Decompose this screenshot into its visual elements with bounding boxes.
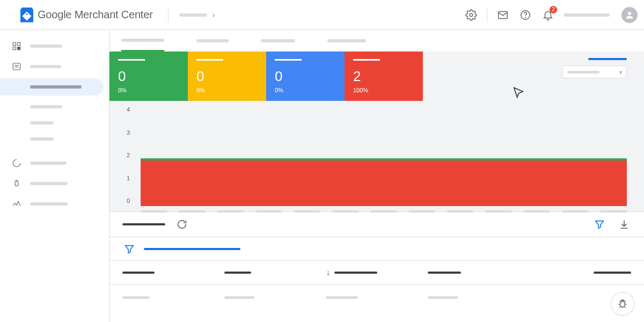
table-header: ↓ [109,261,644,284]
caret-down-icon: ▾ [619,69,622,75]
mail-icon[interactable] [496,8,510,22]
status-card-expiring[interactable]: 0 0% [266,52,345,101]
dropdown-value [567,71,599,74]
sidebar-label [30,202,68,206]
avatar[interactable] [621,7,638,23]
column-header[interactable] [224,272,326,274]
table-toolbar [109,211,644,237]
svg-rect-8 [13,42,16,45]
column-header[interactable] [428,272,530,274]
svg-rect-9 [18,42,20,45]
svg-rect-10 [13,47,16,50]
svg-point-7 [628,12,631,15]
chevron-right-icon: › [213,10,215,20]
svg-rect-12 [13,63,20,70]
status-card-disapproved[interactable]: 2 100% [345,52,423,101]
svg-rect-11 [18,47,20,50]
spark-line-icon [12,199,21,209]
tab-1[interactable] [196,30,229,52]
tab-2[interactable] [261,30,295,52]
column-header-sorted[interactable]: ↓ [326,268,428,277]
mouse-icon [12,179,21,188]
merchant-center-logo-icon [20,8,33,23]
svg-point-6 [525,17,526,18]
table-row[interactable] [109,284,644,310]
add-filter-link[interactable] [144,248,240,250]
chart-area: 01234 [109,101,644,211]
status-card-active[interactable]: 0 0% [109,52,188,101]
sidebar-label [30,182,68,185]
sidebar-label [30,65,61,68]
header-separator [487,8,487,23]
blank-icon [12,82,21,92]
sidebar-subitem[interactable] [0,115,109,131]
filter-row [109,237,644,261]
filter-icon[interactable] [592,217,606,231]
account-label[interactable] [564,13,610,17]
tabs [109,30,644,52]
sidebar-item-performance[interactable] [0,195,109,213]
tab-3[interactable] [327,30,366,52]
sidebar-label [30,45,62,48]
list-icon [12,62,21,71]
cursor-icon [511,86,526,103]
destination-dropdown[interactable]: ▾ [562,65,627,78]
hamburger-menu-icon[interactable] [6,8,20,22]
status-card-pending[interactable]: 0 0% [188,52,266,101]
refresh-icon[interactable] [175,217,189,231]
tab-0[interactable] [121,30,164,52]
help-icon[interactable] [518,8,532,22]
status-cards-area: 0 0% 0 0% 0 0% 2 100% [109,52,644,101]
product-name: Google Merchant Center [38,9,153,21]
toolbar-title [122,223,165,225]
svg-rect-4 [499,11,508,18]
column-header[interactable] [122,272,224,274]
sidebar-subitem[interactable] [0,99,109,115]
sidebar-label [30,85,82,89]
column-header[interactable] [529,272,631,274]
filter-funnel-icon[interactable] [122,242,136,256]
dashboard-grid-icon [12,41,21,51]
app-header: Google Merchant Center › 2 [0,0,644,30]
sidebar-item-overview[interactable] [0,38,109,55]
settings-gear-icon[interactable] [464,8,478,22]
left-sidebar [0,30,109,322]
sidebar-item-growth[interactable] [0,155,109,172]
notification-badge: 2 [550,6,557,13]
sidebar-label [30,162,67,165]
sidebar-item-products[interactable] [0,58,109,75]
download-icon[interactable] [617,217,631,231]
feedback-bug-button[interactable] [611,292,634,316]
sidebar-item-marketing[interactable] [0,175,109,192]
svg-point-17 [620,301,625,307]
svg-point-3 [470,13,473,17]
header-separator [168,8,169,23]
circle-open-icon [12,158,21,168]
chart-option-link[interactable] [588,58,627,60]
breadcrumb-account[interactable] [179,13,207,17]
sidebar-subitem[interactable] [0,131,109,147]
sort-arrow-down-icon: ↓ [326,268,330,277]
main-content: 0 0% 0 0% 0 0% 2 100% [109,30,644,322]
sidebar-item-active[interactable] [0,78,104,96]
notifications-bell-icon[interactable]: 2 [541,8,555,22]
